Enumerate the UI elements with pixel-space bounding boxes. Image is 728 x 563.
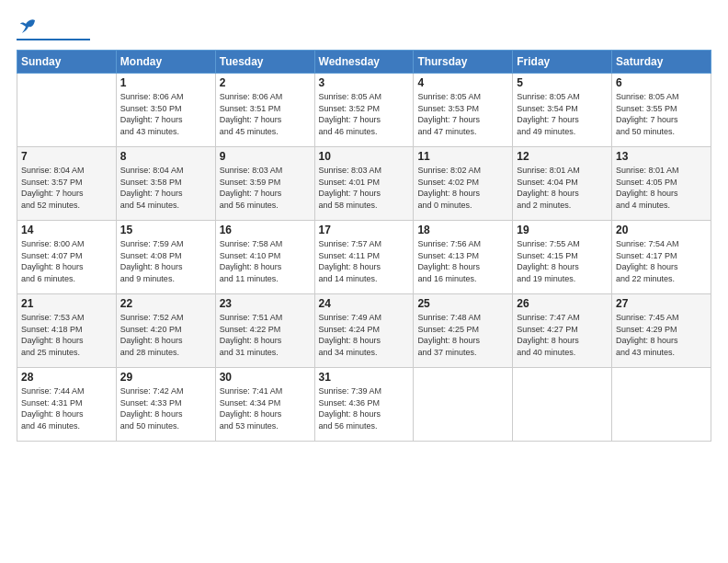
day-info: Sunrise: 8:05 AM Sunset: 3:55 PM Dayligh… [616,91,707,137]
day-info: Sunrise: 8:06 AM Sunset: 3:50 PM Dayligh… [120,91,211,137]
day-info: Sunrise: 8:05 AM Sunset: 3:54 PM Dayligh… [517,91,608,137]
week-row-1: 1Sunrise: 8:06 AM Sunset: 3:50 PM Daylig… [17,74,711,147]
day-info: Sunrise: 7:59 AM Sunset: 4:08 PM Dayligh… [120,238,211,284]
day-number: 24 [319,297,410,310]
day-number: 10 [319,150,410,163]
calendar-cell: 14Sunrise: 8:00 AM Sunset: 4:07 PM Dayli… [17,221,117,294]
calendar-cell: 11Sunrise: 8:02 AM Sunset: 4:02 PM Dayli… [414,147,513,221]
weekday-header-thursday: Thursday [414,51,513,74]
weekday-header-row: SundayMondayTuesdayWednesdayThursdayFrid… [17,51,711,74]
calendar-cell: 7Sunrise: 8:04 AM Sunset: 3:57 PM Daylig… [17,147,117,221]
page: SundayMondayTuesdayWednesdayThursdayFrid… [0,0,728,563]
day-number: 14 [21,224,112,236]
day-info: Sunrise: 7:47 AM Sunset: 4:27 PM Dayligh… [517,312,608,358]
calendar-cell: 15Sunrise: 7:59 AM Sunset: 4:08 PM Dayli… [116,221,215,294]
weekday-header-saturday: Saturday [612,51,711,74]
day-number: 12 [517,150,608,163]
calendar-table: SundayMondayTuesdayWednesdayThursdayFrid… [17,50,711,442]
day-number: 8 [120,150,211,163]
day-number: 4 [417,76,508,89]
week-row-3: 14Sunrise: 8:00 AM Sunset: 4:07 PM Dayli… [17,221,711,294]
day-info: Sunrise: 7:56 AM Sunset: 4:13 PM Dayligh… [417,238,508,284]
calendar-cell: 16Sunrise: 7:58 AM Sunset: 4:10 PM Dayli… [215,221,314,294]
day-number: 1 [120,76,211,89]
calendar-cell: 4Sunrise: 8:05 AM Sunset: 3:53 PM Daylig… [414,74,513,147]
day-number: 3 [319,76,410,89]
day-number: 5 [517,76,608,89]
day-number: 11 [417,150,508,163]
calendar-cell: 24Sunrise: 7:49 AM Sunset: 4:24 PM Dayli… [314,294,414,368]
day-number: 9 [220,150,311,163]
calendar-cell: 1Sunrise: 8:06 AM Sunset: 3:50 PM Daylig… [116,74,215,147]
day-number: 31 [319,371,410,384]
calendar-cell: 2Sunrise: 8:06 AM Sunset: 3:51 PM Daylig… [215,74,314,147]
day-number: 13 [616,150,707,163]
weekday-header-tuesday: Tuesday [215,51,314,74]
day-info: Sunrise: 7:55 AM Sunset: 4:15 PM Dayligh… [517,238,608,284]
day-number: 23 [220,297,311,310]
week-row-5: 28Sunrise: 7:44 AM Sunset: 4:31 PM Dayli… [17,368,711,442]
weekday-header-monday: Monday [116,51,215,74]
calendar-cell [17,74,117,147]
day-info: Sunrise: 8:02 AM Sunset: 4:02 PM Dayligh… [417,165,508,211]
calendar-cell [414,368,513,442]
weekday-header-wednesday: Wednesday [314,51,414,74]
weekday-header-sunday: Sunday [17,51,117,74]
day-number: 19 [517,224,608,236]
calendar-cell: 26Sunrise: 7:47 AM Sunset: 4:27 PM Dayli… [513,294,612,368]
calendar-cell: 5Sunrise: 8:05 AM Sunset: 3:54 PM Daylig… [513,74,612,147]
week-row-2: 7Sunrise: 8:04 AM Sunset: 3:57 PM Daylig… [17,147,711,221]
day-info: Sunrise: 7:49 AM Sunset: 4:24 PM Dayligh… [319,312,410,358]
calendar-cell: 23Sunrise: 7:51 AM Sunset: 4:22 PM Dayli… [215,294,314,368]
day-info: Sunrise: 8:03 AM Sunset: 3:59 PM Dayligh… [220,165,311,211]
day-number: 2 [220,76,311,89]
day-info: Sunrise: 7:51 AM Sunset: 4:22 PM Dayligh… [220,312,311,358]
calendar-cell: 31Sunrise: 7:39 AM Sunset: 4:36 PM Dayli… [314,368,414,442]
day-info: Sunrise: 7:58 AM Sunset: 4:10 PM Dayligh… [220,238,311,284]
day-number: 7 [21,150,112,163]
calendar-cell: 9Sunrise: 8:03 AM Sunset: 3:59 PM Daylig… [215,147,314,221]
day-number: 20 [616,224,707,236]
calendar-cell: 13Sunrise: 8:01 AM Sunset: 4:05 PM Dayli… [612,147,711,221]
day-info: Sunrise: 8:04 AM Sunset: 3:57 PM Dayligh… [21,165,112,211]
logo [17,17,90,40]
calendar-cell: 10Sunrise: 8:03 AM Sunset: 4:01 PM Dayli… [314,147,414,221]
calendar-cell: 6Sunrise: 8:05 AM Sunset: 3:55 PM Daylig… [612,74,711,147]
day-info: Sunrise: 7:52 AM Sunset: 4:20 PM Dayligh… [120,312,211,358]
day-number: 26 [517,297,608,310]
day-info: Sunrise: 8:05 AM Sunset: 3:53 PM Dayligh… [417,91,508,137]
day-number: 27 [616,297,707,310]
header [17,17,711,40]
week-row-4: 21Sunrise: 7:53 AM Sunset: 4:18 PM Dayli… [17,294,711,368]
day-info: Sunrise: 7:54 AM Sunset: 4:17 PM Dayligh… [616,238,707,284]
calendar-cell: 18Sunrise: 7:56 AM Sunset: 4:13 PM Dayli… [414,221,513,294]
day-info: Sunrise: 7:57 AM Sunset: 4:11 PM Dayligh… [319,238,410,284]
calendar-cell [513,368,612,442]
calendar-cell: 12Sunrise: 8:01 AM Sunset: 4:04 PM Dayli… [513,147,612,221]
day-info: Sunrise: 7:45 AM Sunset: 4:29 PM Dayligh… [616,312,707,358]
day-info: Sunrise: 8:05 AM Sunset: 3:52 PM Dayligh… [319,91,410,137]
day-number: 18 [417,224,508,236]
calendar-cell: 19Sunrise: 7:55 AM Sunset: 4:15 PM Dayli… [513,221,612,294]
day-number: 17 [319,224,410,236]
day-info: Sunrise: 8:01 AM Sunset: 4:05 PM Dayligh… [616,165,707,211]
logo-bird-icon [18,17,39,37]
calendar-cell: 8Sunrise: 8:04 AM Sunset: 3:58 PM Daylig… [116,147,215,221]
day-number: 29 [120,371,211,384]
calendar-cell: 20Sunrise: 7:54 AM Sunset: 4:17 PM Dayli… [612,221,711,294]
day-info: Sunrise: 8:03 AM Sunset: 4:01 PM Dayligh… [319,165,410,211]
day-number: 21 [21,297,112,310]
day-info: Sunrise: 8:00 AM Sunset: 4:07 PM Dayligh… [21,238,112,284]
calendar-cell: 29Sunrise: 7:42 AM Sunset: 4:33 PM Dayli… [116,368,215,442]
calendar-cell: 28Sunrise: 7:44 AM Sunset: 4:31 PM Dayli… [17,368,117,442]
day-info: Sunrise: 7:53 AM Sunset: 4:18 PM Dayligh… [21,312,112,358]
calendar-cell: 17Sunrise: 7:57 AM Sunset: 4:11 PM Dayli… [314,221,414,294]
day-number: 25 [417,297,508,310]
calendar-cell [612,368,711,442]
day-info: Sunrise: 7:44 AM Sunset: 4:31 PM Dayligh… [21,385,112,431]
day-info: Sunrise: 8:04 AM Sunset: 3:58 PM Dayligh… [120,165,211,211]
day-number: 6 [616,76,707,89]
day-number: 15 [120,224,211,236]
calendar-cell: 27Sunrise: 7:45 AM Sunset: 4:29 PM Dayli… [612,294,711,368]
calendar-cell: 3Sunrise: 8:05 AM Sunset: 3:52 PM Daylig… [314,74,414,147]
